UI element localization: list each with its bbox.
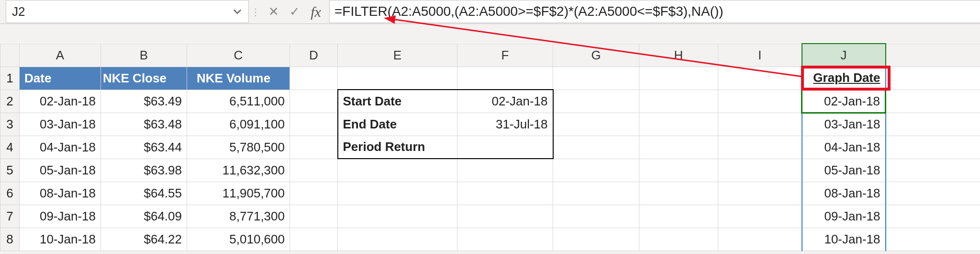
cell-G8[interactable] [553, 228, 639, 251]
cell-C4[interactable]: 5,780,500 [187, 136, 290, 159]
cell-G5[interactable] [553, 159, 639, 182]
cell-J4[interactable]: 04-Jan-18 [802, 136, 886, 159]
cell-D2[interactable] [290, 90, 338, 113]
col-header-A[interactable]: A [20, 44, 101, 67]
row-header-6[interactable]: 6 [0, 182, 20, 205]
row-header-1[interactable]: 1 [0, 67, 20, 90]
cell-A3[interactable]: 03-Jan-18 [20, 113, 101, 136]
cell-F5[interactable] [457, 159, 553, 182]
name-box-dropdown-icon[interactable] [226, 7, 248, 16]
cell-C5[interactable]: 11,632,300 [187, 159, 290, 182]
cell-I7[interactable] [718, 205, 802, 228]
cell-F3[interactable]: 31-Jul-18 [457, 113, 553, 136]
cell-I5[interactable] [718, 159, 802, 182]
cell-D5[interactable] [290, 159, 338, 182]
name-box[interactable]: J2 [6, 0, 249, 23]
cell-H6[interactable] [639, 182, 718, 205]
cell-H2[interactable] [639, 90, 718, 113]
cell-H4[interactable] [639, 136, 718, 159]
cell-F1[interactable] [457, 67, 553, 90]
cell-K1[interactable] [886, 67, 980, 90]
row-header-2[interactable]: 2 [0, 90, 20, 113]
cell-J1[interactable]: Graph Date [802, 67, 886, 90]
cell-J7[interactable]: 09-Jan-18 [802, 205, 886, 228]
cell-B3[interactable]: $63.48 [101, 113, 187, 136]
cell-D3[interactable] [290, 113, 338, 136]
cell-J2[interactable]: 02-Jan-18 [802, 90, 886, 113]
cell-A6[interactable]: 08-Jan-18 [20, 182, 101, 205]
cell-F4[interactable] [457, 136, 553, 159]
col-header-I[interactable]: I [718, 44, 802, 67]
confirm-formula-button[interactable]: ✓ [284, 2, 305, 22]
col-header-K[interactable] [886, 44, 980, 67]
cell-E6[interactable] [338, 182, 457, 205]
cell-A4[interactable]: 04-Jan-18 [20, 136, 101, 159]
cell-E5[interactable] [338, 159, 457, 182]
cell-D1[interactable] [290, 67, 338, 90]
row-header-3[interactable]: 3 [0, 113, 20, 136]
cell-G7[interactable] [553, 205, 639, 228]
cell-I6[interactable] [718, 182, 802, 205]
cell-J3[interactable]: 03-Jan-18 [802, 113, 886, 136]
row-header-8[interactable]: 8 [0, 228, 20, 251]
cell-B5[interactable]: $63.98 [101, 159, 187, 182]
cell-E3[interactable]: End Date [338, 113, 457, 136]
cell-I8[interactable] [718, 228, 802, 251]
cell-E7[interactable] [338, 205, 457, 228]
cell-H7[interactable] [639, 205, 718, 228]
col-header-J[interactable]: J [802, 44, 886, 67]
cell-A2[interactable]: 02-Jan-18 [20, 90, 101, 113]
row-header-4[interactable]: 4 [0, 136, 20, 159]
formula-input[interactable]: =FILTER(A2:A5000,(A2:A5000>=$F$2)*(A2:A5… [329, 0, 980, 23]
cell-I2[interactable] [718, 90, 802, 113]
col-header-E[interactable]: E [338, 44, 457, 67]
cell-F7[interactable] [457, 205, 553, 228]
cell-G3[interactable] [553, 113, 639, 136]
cell-J8[interactable]: 10-Jan-18 [802, 228, 886, 251]
cell-G2[interactable] [553, 90, 639, 113]
cell-K6[interactable] [886, 182, 980, 205]
cell-C8[interactable]: 5,010,600 [187, 228, 290, 251]
cell-D7[interactable] [290, 205, 338, 228]
cell-B2[interactable]: $63.49 [101, 90, 187, 113]
cell-A1[interactable]: Date [20, 67, 101, 90]
cell-D8[interactable] [290, 228, 338, 251]
cell-F8[interactable] [457, 228, 553, 251]
cell-G4[interactable] [553, 136, 639, 159]
cell-K2[interactable] [886, 90, 980, 113]
cell-K8[interactable] [886, 228, 980, 251]
cell-H3[interactable] [639, 113, 718, 136]
cell-D6[interactable] [290, 182, 338, 205]
cell-E4[interactable]: Period Return [338, 136, 457, 159]
cell-B7[interactable]: $64.09 [101, 205, 187, 228]
col-header-F[interactable]: F [457, 44, 553, 67]
cell-C6[interactable]: 11,905,700 [187, 182, 290, 205]
col-header-C[interactable]: C [187, 44, 290, 67]
cell-B1[interactable]: NKE Close [101, 67, 187, 90]
cell-H8[interactable] [639, 228, 718, 251]
cell-C7[interactable]: 8,771,300 [187, 205, 290, 228]
cell-G6[interactable] [553, 182, 639, 205]
cell-I3[interactable] [718, 113, 802, 136]
col-header-B[interactable]: B [101, 44, 187, 67]
col-header-D[interactable]: D [290, 44, 338, 67]
cell-K4[interactable] [886, 136, 980, 159]
cell-K3[interactable] [886, 113, 980, 136]
cell-K7[interactable] [886, 205, 980, 228]
cancel-formula-button[interactable]: ✕ [263, 2, 284, 22]
cell-C3[interactable]: 6,091,100 [187, 113, 290, 136]
cell-A7[interactable]: 09-Jan-18 [20, 205, 101, 228]
cell-H1[interactable] [639, 67, 718, 90]
cell-J5[interactable]: 05-Jan-18 [802, 159, 886, 182]
cell-I4[interactable] [718, 136, 802, 159]
cell-H5[interactable] [639, 159, 718, 182]
select-all-corner[interactable] [0, 44, 20, 67]
cell-A5[interactable]: 05-Jan-18 [20, 159, 101, 182]
insert-function-button[interactable]: fx [305, 2, 326, 22]
row-header-7[interactable]: 7 [0, 205, 20, 228]
cell-I1[interactable] [718, 67, 802, 90]
cell-B4[interactable]: $63.44 [101, 136, 187, 159]
row-header-5[interactable]: 5 [0, 159, 20, 182]
cell-G1[interactable] [553, 67, 639, 90]
cell-C1[interactable]: NKE Volume [187, 67, 290, 90]
